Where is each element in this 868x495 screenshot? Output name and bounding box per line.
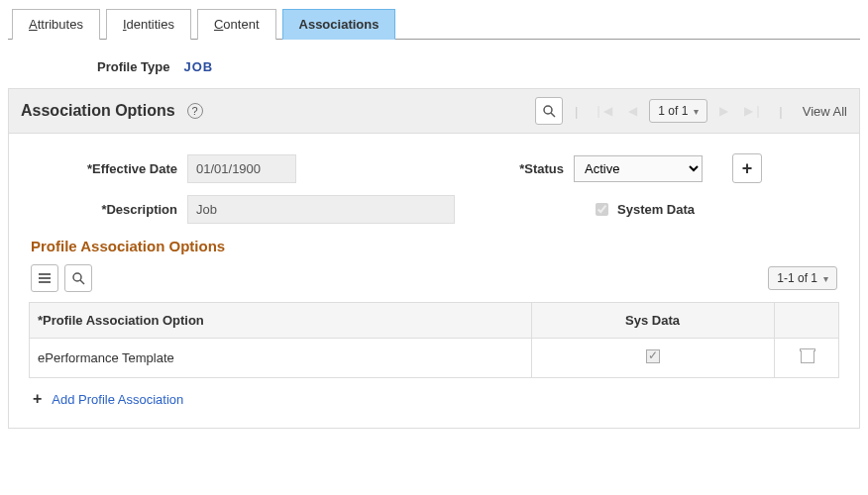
description-field: [187, 195, 455, 224]
nav-divider: |: [775, 104, 786, 119]
help-icon[interactable]: ?: [187, 103, 203, 119]
svg-line-6: [80, 280, 84, 284]
profile-type-row: Profile Type JOB: [8, 40, 860, 88]
profile-type-label: Profile Type: [97, 59, 169, 74]
tab-identities[interactable]: Identities: [106, 9, 191, 40]
pao-table: *Profile Association Option Sys Data ePe…: [29, 302, 839, 378]
nav-last[interactable]: ▶❘: [740, 104, 767, 118]
system-data-checkbox: [596, 203, 608, 216]
tab-content[interactable]: Content: [197, 9, 276, 40]
col-option: *Profile Association Option: [30, 303, 532, 339]
nav-prev[interactable]: ◀: [624, 104, 641, 118]
effective-date-label: *Effective Date: [29, 161, 187, 176]
plus-icon: +: [33, 390, 42, 408]
svg-rect-2: [39, 273, 51, 275]
search-icon: [542, 104, 556, 118]
pao-toolbar: 1-1 of 1 ▾: [29, 262, 839, 302]
cell-delete[interactable]: [774, 339, 838, 378]
grid-settings-button[interactable]: [31, 264, 58, 292]
chevron-down-icon: ▾: [823, 273, 828, 284]
association-options-title: Association Options: [21, 102, 175, 120]
cell-sys-data: [531, 339, 774, 378]
profile-association-options-title: Profile Association Options: [29, 224, 839, 262]
grid-icon: [38, 271, 52, 285]
chevron-down-icon: ▾: [694, 106, 699, 117]
system-data-row: System Data: [574, 200, 703, 219]
search-icon: [71, 271, 85, 285]
sys-data-check-icon: [646, 349, 660, 363]
system-data-label: System Data: [617, 202, 695, 217]
cell-option: ePerformance Template: [30, 339, 532, 378]
pager-dropdown[interactable]: 1 of 1 ▾: [649, 99, 707, 123]
tab-attributes[interactable]: Attributes: [12, 9, 100, 40]
nav-divider: |: [571, 104, 582, 119]
association-options-header: Association Options ? | ❘◀ ◀ 1 of 1 ▾ ▶ …: [9, 89, 859, 134]
nav-first[interactable]: ❘◀: [590, 104, 616, 118]
table-row: ePerformance Template: [30, 339, 839, 378]
status-select[interactable]: Active: [574, 155, 703, 182]
tab-associations[interactable]: Associations: [282, 9, 396, 40]
association-options-body: *Effective Date *Status Active + *Descri…: [9, 134, 859, 428]
svg-line-1: [551, 113, 555, 117]
col-sys-data: Sys Data: [531, 303, 774, 339]
tab-bar: Attributes Identities Content Associatio…: [8, 8, 860, 40]
effective-date-field: [187, 154, 296, 183]
description-label: *Description: [29, 202, 187, 217]
svg-rect-4: [39, 281, 51, 283]
nav-next[interactable]: ▶: [715, 104, 732, 118]
profile-type-value: JOB: [183, 59, 213, 74]
status-label: *Status: [455, 161, 574, 176]
association-options-panel: Association Options ? | ❘◀ ◀ 1 of 1 ▾ ▶ …: [8, 88, 860, 429]
view-all-link[interactable]: View All: [795, 104, 847, 119]
grid-find-button[interactable]: [64, 264, 92, 292]
svg-rect-3: [39, 277, 51, 279]
svg-point-0: [544, 106, 552, 114]
col-actions: [774, 303, 838, 339]
svg-point-5: [73, 273, 81, 281]
find-button[interactable]: [535, 97, 563, 125]
add-row-button[interactable]: +: [732, 153, 762, 183]
add-profile-association-link[interactable]: + Add Profile Association: [29, 378, 187, 420]
trash-icon: [800, 348, 814, 364]
pao-pager-dropdown[interactable]: 1-1 of 1 ▾: [768, 266, 837, 290]
association-form: *Effective Date *Status Active + *Descri…: [29, 153, 839, 224]
